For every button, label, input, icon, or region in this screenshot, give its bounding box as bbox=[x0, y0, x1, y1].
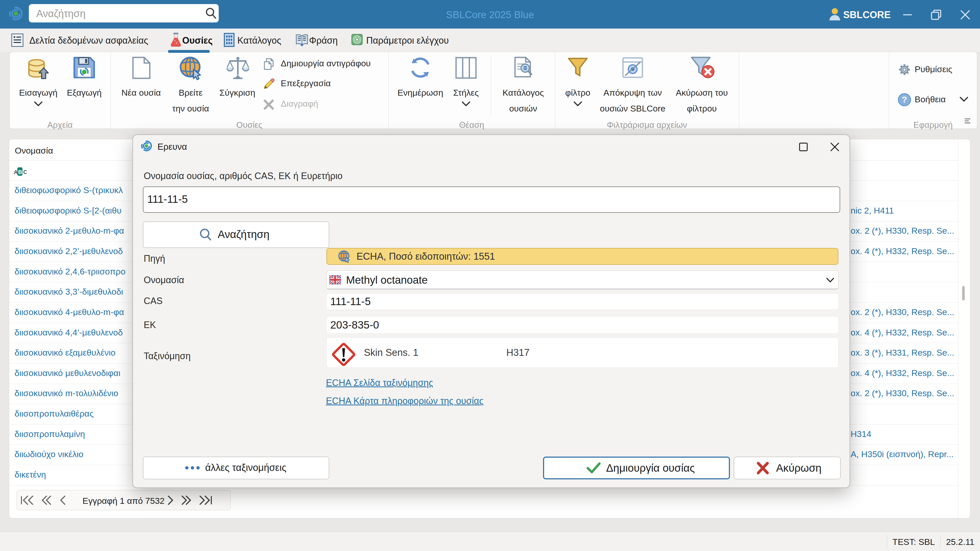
svg-text:C: C bbox=[23, 169, 27, 175]
svg-text:?: ? bbox=[902, 95, 907, 104]
svg-text:A: A bbox=[14, 169, 18, 175]
svg-text:B: B bbox=[18, 169, 22, 175]
